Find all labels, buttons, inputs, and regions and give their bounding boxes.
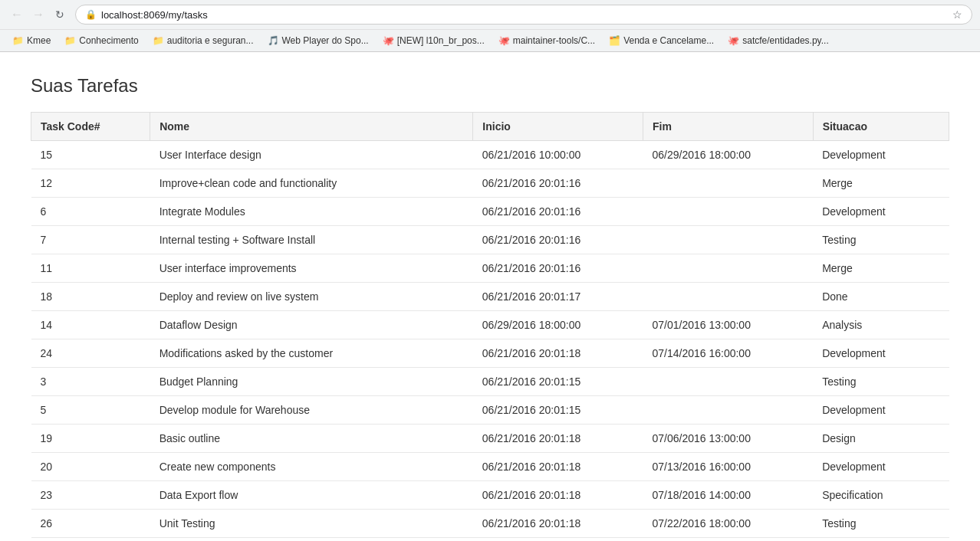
cell-inicio-0: 06/21/2016 10:00:00: [473, 141, 643, 169]
cell-situacao-2: Development: [813, 198, 949, 226]
tasks-tbody: 15User Interface design06/21/2016 10:00:…: [31, 141, 949, 538]
bookmark-label-github-new: [NEW] l10n_br_pos...: [397, 35, 485, 46]
table-row[interactable]: 11User interface improvements06/21/2016 …: [31, 254, 949, 283]
page-title: Suas Tarefas: [31, 75, 949, 97]
cell-code-4: 11: [31, 254, 150, 283]
cell-fim-11: 07/13/2016 16:00:00: [643, 453, 813, 481]
cell-inicio-11: 06/21/2016 20:01:18: [473, 453, 643, 481]
cell-situacao-8: Testing: [813, 368, 949, 396]
cell-situacao-6: Analysis: [813, 311, 949, 339]
cell-code-1: 12: [31, 169, 150, 198]
bookmark-label-spotify: Web Player do Spo...: [282, 35, 369, 46]
bookmark-satcfe[interactable]: 🐙satcfe/entidades.py...: [722, 33, 835, 48]
cell-situacao-13: Testing: [813, 510, 949, 538]
bookmark-label-venda: Venda e Cancelame...: [623, 35, 714, 46]
cell-fim-13: 07/22/2016 18:00:00: [643, 510, 813, 538]
cell-inicio-1: 06/21/2016 20:01:16: [473, 169, 643, 198]
table-row[interactable]: 18Deploy and review on live system06/21/…: [31, 283, 949, 311]
bookmark-label-conhecimento: Conhecimento: [79, 35, 138, 46]
cell-inicio-12: 06/21/2016 20:01:18: [473, 481, 643, 510]
table-row[interactable]: 14Dataflow Design06/29/2016 18:00:0007/0…: [31, 311, 949, 339]
cell-inicio-7: 06/21/2016 20:01:18: [473, 339, 643, 368]
cell-situacao-1: Merge: [813, 169, 949, 198]
table-row[interactable]: 20Create new components06/21/2016 20:01:…: [31, 453, 949, 481]
cell-code-2: 6: [31, 198, 150, 226]
bookmark-icon-venda: 🗂️: [609, 35, 620, 46]
bookmark-star-button[interactable]: ☆: [952, 8, 962, 21]
cell-code-8: 3: [31, 368, 150, 396]
cell-code-13: 26: [31, 510, 150, 538]
cell-situacao-5: Done: [813, 283, 949, 311]
cell-code-12: 23: [31, 481, 150, 510]
table-row[interactable]: 19Basic outline06/21/2016 20:01:1807/06/…: [31, 425, 949, 453]
cell-fim-12: 07/18/2016 14:00:00: [643, 481, 813, 510]
table-row[interactable]: 23Data Export flow06/21/2016 20:01:1807/…: [31, 481, 949, 510]
table-row[interactable]: 6Integrate Modules06/21/2016 20:01:16Dev…: [31, 198, 949, 226]
cell-nome-8: Budget Planning: [150, 368, 473, 396]
cell-situacao-0: Development: [813, 141, 949, 169]
header-nome: Nome: [150, 113, 473, 141]
cell-code-0: 15: [31, 141, 150, 169]
cell-fim-4: [643, 254, 813, 283]
table-row[interactable]: 24Modifications asked by the customer06/…: [31, 339, 949, 368]
table-row[interactable]: 15User Interface design06/21/2016 10:00:…: [31, 141, 949, 169]
bookmark-conhecimento[interactable]: 📁Conhecimento: [58, 33, 144, 48]
back-button[interactable]: ←: [8, 5, 26, 24]
cell-inicio-8: 06/21/2016 20:01:15: [473, 368, 643, 396]
table-header-row: Task Code# Nome Inicio Fim Situacao: [31, 113, 949, 141]
forward-button[interactable]: →: [29, 5, 48, 24]
browser-chrome: ← → ↻ 🔒 localhost:8069/my/tasks ☆ 📁Kmee📁…: [0, 0, 980, 52]
cell-code-10: 19: [31, 425, 150, 453]
cell-inicio-3: 06/21/2016 20:01:16: [473, 226, 643, 254]
cell-code-7: 24: [31, 339, 150, 368]
bookmark-icon-maintainer: 🐙: [498, 35, 510, 46]
bookmark-github-new[interactable]: 🐙[NEW] l10n_br_pos...: [377, 33, 491, 48]
cell-code-3: 7: [31, 226, 150, 254]
table-row[interactable]: 5Develop module for Warehouse06/21/2016 …: [31, 396, 949, 425]
bookmark-maintainer[interactable]: 🐙maintainer-tools/C...: [492, 33, 601, 48]
bookmark-icon-satcfe: 🐙: [728, 35, 739, 46]
bookmark-icon-github-new: 🐙: [383, 35, 394, 46]
cell-inicio-5: 06/21/2016 20:01:17: [473, 283, 643, 311]
cell-situacao-4: Merge: [813, 254, 949, 283]
lock-icon: 🔒: [85, 9, 97, 20]
cell-nome-7: Modifications asked by the customer: [150, 339, 473, 368]
cell-fim-3: [643, 226, 813, 254]
table-row[interactable]: 3Budget Planning06/21/2016 20:01:15Testi…: [31, 368, 949, 396]
cell-fim-8: [643, 368, 813, 396]
cell-nome-2: Integrate Modules: [150, 198, 473, 226]
bookmark-label-kmee: Kmee: [27, 35, 51, 46]
cell-fim-5: [643, 283, 813, 311]
browser-toolbar: ← → ↻ 🔒 localhost:8069/my/tasks ☆: [0, 0, 980, 29]
bookmark-auditoria[interactable]: 📁auditoria e seguran...: [146, 33, 260, 48]
page-content: Suas Tarefas Task Code# Nome Inicio Fim …: [0, 52, 980, 541]
cell-situacao-9: Development: [813, 396, 949, 425]
bookmark-kmee[interactable]: 📁Kmee: [6, 33, 57, 48]
cell-inicio-4: 06/21/2016 20:01:16: [473, 254, 643, 283]
cell-nome-3: Internal testing + Software Install: [150, 226, 473, 254]
bookmark-icon-kmee: 📁: [12, 35, 24, 46]
cell-code-5: 18: [31, 283, 150, 311]
cell-nome-10: Basic outline: [150, 425, 473, 453]
cell-fim-1: [643, 169, 813, 198]
address-bar[interactable]: 🔒 localhost:8069/my/tasks ☆: [75, 5, 972, 25]
bookmark-label-auditoria: auditoria e seguran...: [167, 35, 254, 46]
refresh-button[interactable]: ↻: [51, 5, 69, 24]
cell-inicio-10: 06/21/2016 20:01:18: [473, 425, 643, 453]
cell-inicio-6: 06/29/2016 18:00:00: [473, 311, 643, 339]
bookmark-label-satcfe: satcfe/entidades.py...: [742, 35, 829, 46]
bookmark-icon-auditoria: 📁: [153, 35, 164, 46]
bookmarks-bar: 📁Kmee📁Conhecimento📁auditoria e seguran..…: [0, 29, 980, 51]
cell-nome-12: Data Export flow: [150, 481, 473, 510]
cell-code-11: 20: [31, 453, 150, 481]
nav-buttons: ← → ↻: [8, 5, 69, 24]
table-row[interactable]: 7Internal testing + Software Install06/2…: [31, 226, 949, 254]
cell-fim-0: 06/29/2016 18:00:00: [643, 141, 813, 169]
cell-fim-2: [643, 198, 813, 226]
bookmark-venda[interactable]: 🗂️Venda e Cancelame...: [603, 33, 720, 48]
table-row[interactable]: 26Unit Testing06/21/2016 20:01:1807/22/2…: [31, 510, 949, 538]
tasks-table: Task Code# Nome Inicio Fim Situacao 15Us…: [31, 112, 949, 538]
bookmark-spotify[interactable]: 🎵Web Player do Spo...: [261, 33, 375, 48]
cell-fim-6: 07/01/2016 13:00:00: [643, 311, 813, 339]
table-row[interactable]: 12Improve+clean code and functionality06…: [31, 169, 949, 198]
